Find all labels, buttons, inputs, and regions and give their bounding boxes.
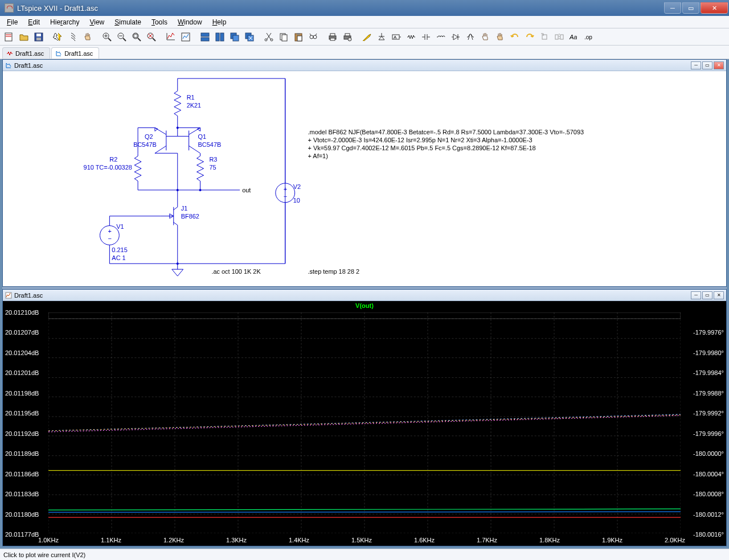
resistor-button[interactable] bbox=[404, 30, 418, 44]
svg-text:−: − bbox=[108, 235, 111, 242]
menu-edit[interactable]: Edit bbox=[23, 17, 44, 27]
pane-minimize-button[interactable]: ─ bbox=[691, 61, 701, 69]
menu-help[interactable]: Help bbox=[208, 17, 231, 27]
close-button[interactable]: ✕ bbox=[701, 2, 728, 14]
titlebar: LTspice XVII - Draft1.asc ─ ▭ ✕ bbox=[0, 0, 729, 16]
new-schematic-button[interactable] bbox=[2, 30, 16, 44]
paste-button[interactable] bbox=[292, 30, 305, 44]
copy-button[interactable] bbox=[277, 30, 290, 44]
menu-hierarchy[interactable]: Hierarchy bbox=[46, 17, 84, 27]
schematic-icon bbox=[55, 50, 62, 57]
plot-pane-title[interactable]: Draft1.asc ─ ▭ ✕ bbox=[3, 290, 726, 301]
v2-label: V2 bbox=[293, 183, 301, 190]
workspace: Draft1.asc ─ ▭ ✕ R1 2K21 bbox=[2, 59, 727, 546]
pane-maximize-button[interactable]: ▭ bbox=[702, 291, 712, 299]
cut-button[interactable] bbox=[262, 30, 276, 44]
mirror-button[interactable] bbox=[552, 30, 566, 44]
pane-minimize-button[interactable]: ─ bbox=[691, 291, 701, 299]
halt-button[interactable] bbox=[66, 30, 80, 44]
y-right-tick: -179.9988° bbox=[693, 390, 724, 397]
plot-trace-label[interactable]: V(out) bbox=[355, 302, 374, 309]
menu-file[interactable]: File bbox=[2, 17, 22, 27]
svg-rect-37 bbox=[560, 35, 563, 39]
toolbar: A Aa .op bbox=[0, 28, 729, 46]
zoom-fit-button[interactable] bbox=[130, 30, 144, 44]
rotate-button[interactable] bbox=[538, 30, 551, 44]
pane-close-button[interactable]: ✕ bbox=[714, 61, 724, 69]
plot-icon bbox=[5, 292, 12, 299]
plot-grid[interactable] bbox=[48, 312, 681, 533]
print-setup-button[interactable] bbox=[341, 30, 354, 44]
y-left-tick: 20.01180dB bbox=[5, 511, 39, 518]
component-button[interactable] bbox=[464, 30, 477, 44]
move-button[interactable] bbox=[478, 30, 492, 44]
open-button[interactable] bbox=[17, 30, 31, 44]
x-tick: 1.0KHz bbox=[38, 537, 59, 543]
close-all-button[interactable] bbox=[243, 30, 256, 44]
redo-button[interactable] bbox=[523, 30, 536, 44]
net-label-button[interactable]: A bbox=[390, 30, 403, 44]
tile-vert-button[interactable] bbox=[213, 30, 227, 44]
svg-rect-0 bbox=[5, 33, 12, 41]
run-button[interactable] bbox=[51, 30, 65, 44]
model-line2: + Vtotc=-2.0000E-3 Is=424.60E-12 Isr=2.9… bbox=[308, 137, 533, 143]
tab-draft1-schematic[interactable]: Draft1.asc bbox=[2, 47, 50, 59]
find-button[interactable] bbox=[306, 30, 320, 44]
model-line3: + Vk=59.97 Cgd=7.4002E-12 M=.6015 Pb=.5 … bbox=[308, 145, 536, 151]
menu-view[interactable]: View bbox=[85, 17, 109, 27]
plot-pane: Draft1.asc ─ ▭ ✕ V(out) bbox=[2, 289, 727, 546]
svg-rect-35 bbox=[542, 35, 547, 39]
zoom-out-button[interactable] bbox=[115, 30, 129, 44]
y-left-tick: 20.01177dB bbox=[5, 531, 39, 538]
undo-button[interactable] bbox=[508, 30, 522, 44]
diode-button[interactable] bbox=[449, 30, 462, 44]
spice-directive-button[interactable]: .op bbox=[582, 30, 596, 44]
pane-maximize-button[interactable]: ▭ bbox=[702, 61, 712, 69]
v1-value2: AC 1 bbox=[112, 254, 125, 261]
window-title: LTspice XVII - Draft1.asc bbox=[17, 4, 98, 13]
y-right-tick: -179.9980° bbox=[693, 349, 724, 356]
y-left-tick: 20.01195dB bbox=[5, 410, 39, 417]
schematic-pane-title[interactable]: Draft1.asc ─ ▭ ✕ bbox=[3, 60, 726, 71]
y-left-tick: 20.01189dB bbox=[5, 450, 39, 457]
svg-rect-11 bbox=[201, 38, 209, 41]
cascade-button[interactable] bbox=[228, 30, 241, 44]
inductor-button[interactable] bbox=[434, 30, 448, 44]
svg-rect-12 bbox=[216, 33, 219, 41]
tab-label: Draft1.asc bbox=[64, 50, 93, 57]
y-right-tick: -179.9996° bbox=[693, 430, 724, 437]
print-button[interactable] bbox=[326, 30, 339, 44]
svg-rect-21 bbox=[282, 35, 287, 41]
menu-window[interactable]: Window bbox=[173, 17, 207, 27]
v1-label: V1 bbox=[116, 223, 124, 230]
zoom-box-button[interactable] bbox=[145, 30, 158, 44]
schematic-canvas[interactable]: R1 2K21 Q2 BC547B bbox=[3, 71, 726, 286]
svg-rect-3 bbox=[36, 38, 41, 40]
draw-wire-button[interactable] bbox=[360, 30, 374, 44]
x-tick: 1.6KHz bbox=[414, 537, 435, 543]
ground-button[interactable] bbox=[375, 30, 388, 44]
pan-button[interactable] bbox=[81, 30, 95, 44]
maximize-button[interactable]: ▭ bbox=[682, 2, 699, 14]
tab-draft1-plot[interactable]: Draft1.asc bbox=[51, 47, 99, 59]
autorange-button[interactable] bbox=[164, 30, 178, 44]
drag-button[interactable] bbox=[493, 30, 507, 44]
pane-close-button[interactable]: ✕ bbox=[714, 291, 724, 299]
menu-simulate[interactable]: Simulate bbox=[110, 17, 146, 27]
capacitor-button[interactable] bbox=[419, 30, 433, 44]
save-button[interactable] bbox=[32, 30, 46, 44]
model-line1: .model BF862 NJF(Beta=47.800E-3 Betatce=… bbox=[308, 129, 584, 135]
plot-area[interactable]: V(out) bbox=[3, 301, 726, 546]
menu-tools[interactable]: Tools bbox=[147, 17, 172, 27]
y-right-tick: -179.9984° bbox=[693, 369, 724, 376]
tile-horz-button[interactable] bbox=[198, 30, 212, 44]
svg-rect-28 bbox=[330, 34, 335, 36]
minimize-button[interactable]: ─ bbox=[664, 2, 681, 14]
v2-value: 10 bbox=[293, 197, 300, 204]
y-left-tick: 20.01192dB bbox=[5, 430, 39, 437]
zoom-in-button[interactable] bbox=[100, 30, 114, 44]
y-left-tick: 20.01207dB bbox=[5, 329, 39, 336]
text-button[interactable]: Aa bbox=[567, 30, 581, 44]
pick-visible-traces-button[interactable] bbox=[179, 30, 193, 44]
pane-title-text: Draft1.asc bbox=[14, 62, 43, 69]
